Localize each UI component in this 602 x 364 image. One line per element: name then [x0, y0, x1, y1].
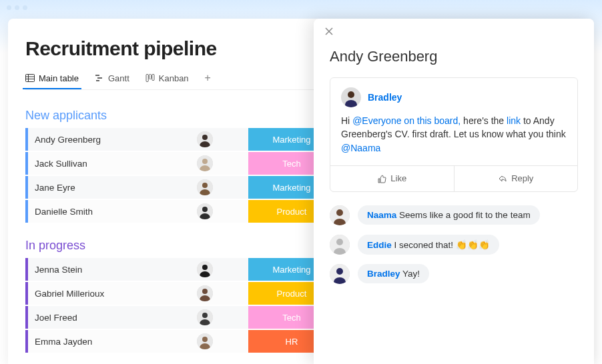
like-icon	[377, 174, 386, 183]
svg-point-11	[202, 135, 208, 140]
reply-item: Eddie I seconed that! 👏👏👏	[330, 235, 578, 255]
replies-list: Naama Seems like a good fit to the teamE…	[330, 205, 578, 284]
row-name[interactable]: Joel Freed	[28, 313, 162, 323]
svg-point-37	[345, 100, 357, 107]
tab-kanban[interactable]: Kanban	[145, 73, 189, 89]
reply-text: Yay!	[400, 269, 420, 279]
svg-rect-9	[152, 75, 154, 81]
svg-rect-5	[97, 77, 102, 79]
close-icon	[324, 27, 334, 36]
svg-point-45	[336, 268, 343, 275]
svg-rect-4	[95, 75, 99, 76]
svg-point-23	[202, 265, 208, 270]
svg-point-17	[202, 183, 208, 188]
svg-point-29	[202, 313, 208, 318]
post-link[interactable]: link	[507, 115, 521, 126]
avatar[interactable]	[197, 131, 213, 147]
avatar[interactable]	[197, 333, 213, 349]
row-avatar-cell[interactable]	[162, 203, 248, 219]
avatar[interactable]	[197, 155, 213, 171]
window-controls	[7, 5, 27, 10]
svg-point-32	[202, 337, 208, 342]
row-name[interactable]: Jenna Stein	[28, 265, 162, 275]
avatar[interactable]	[197, 309, 213, 325]
svg-point-20	[202, 207, 208, 212]
tab-main-table[interactable]: Main table	[25, 73, 79, 89]
avatar[interactable]	[197, 285, 213, 301]
clap-emoji: 👏👏👏	[456, 240, 490, 250]
row-name[interactable]: Jane Eyre	[28, 183, 162, 193]
row-name[interactable]: Gabriel Millerioux	[28, 289, 162, 299]
like-button[interactable]: Like	[330, 166, 454, 191]
row-avatar-cell[interactable]	[162, 333, 248, 349]
tab-main-label: Main table	[39, 73, 79, 83]
tab-gantt[interactable]: Gantt	[95, 73, 129, 89]
reply-text: Seems like a good fit to the team	[396, 210, 530, 220]
add-tab-button[interactable]: +	[205, 72, 211, 89]
reply-item: Naama Seems like a good fit to the team	[330, 205, 578, 225]
reply-bubble[interactable]: Naama Seems like a good fit to the team	[358, 205, 540, 225]
item-side-panel: Andy Greenberg Bradley Hi @Everyone on t…	[314, 19, 594, 364]
svg-point-39	[336, 209, 343, 216]
table-icon	[25, 73, 35, 83]
row-avatar-cell[interactable]	[162, 261, 248, 277]
avatar[interactable]	[341, 87, 361, 107]
avatar[interactable]	[197, 179, 213, 195]
reply-author[interactable]: Naama	[367, 210, 396, 220]
post-author[interactable]: Bradley	[368, 92, 402, 103]
row-name[interactable]: Danielle Smith	[28, 207, 162, 217]
avatar[interactable]	[330, 235, 350, 255]
post-text: Hi	[341, 115, 352, 126]
reply-author[interactable]: Eddie	[367, 240, 392, 250]
avatar[interactable]	[197, 203, 213, 219]
mention-everyone[interactable]: @Everyone on this board,	[352, 115, 461, 126]
avatar[interactable]	[330, 205, 350, 225]
row-avatar-cell[interactable]	[162, 131, 248, 147]
svg-rect-8	[149, 75, 151, 79]
row-name[interactable]: Emma Jayden	[28, 337, 162, 347]
svg-rect-7	[146, 75, 148, 82]
post-text: here's the	[461, 115, 507, 126]
svg-point-26	[202, 289, 208, 294]
avatar[interactable]	[197, 261, 213, 277]
reply-text: I seconed that!	[392, 240, 456, 250]
post-content: Hi @Everyone on this board, here's the l…	[330, 111, 577, 165]
close-panel-button[interactable]	[324, 27, 334, 36]
group-title-new-applicants[interactable]: New applicants	[25, 109, 107, 123]
row-avatar-cell[interactable]	[162, 285, 248, 301]
reply-bubble[interactable]: Eddie I seconed that! 👏👏👏	[358, 235, 499, 255]
panel-title: Andy Greenberg	[314, 28, 594, 77]
svg-point-36	[348, 91, 354, 98]
tab-kanban-label: Kanban	[159, 73, 189, 83]
post-card: Bradley Hi @Everyone on this board, here…	[330, 77, 578, 192]
svg-point-14	[202, 159, 208, 164]
reply-label: Reply	[511, 173, 533, 183]
kanban-icon	[145, 73, 155, 83]
svg-rect-6	[96, 80, 99, 81]
svg-point-42	[336, 239, 343, 245]
svg-rect-0	[26, 75, 35, 82]
reply-bubble[interactable]: Bradley Yay!	[358, 264, 429, 283]
row-avatar-cell[interactable]	[162, 179, 248, 195]
avatar[interactable]	[330, 264, 350, 284]
reply-author[interactable]: Bradley	[367, 269, 400, 279]
reply-button[interactable]: Reply	[454, 166, 578, 191]
row-name[interactable]: Jack Sullivan	[28, 159, 162, 169]
group-title-in-progress[interactable]: In progress	[25, 239, 85, 253]
reply-item: Bradley Yay!	[330, 264, 578, 284]
mention-naama[interactable]: @Naama	[341, 143, 380, 153]
gantt-icon	[95, 73, 104, 83]
reply-icon	[498, 174, 507, 183]
tab-gantt-label: Gantt	[108, 73, 129, 83]
like-label: Like	[390, 173, 406, 183]
row-avatar-cell[interactable]	[162, 155, 248, 171]
row-avatar-cell[interactable]	[162, 309, 248, 325]
row-name[interactable]: Andy Greenberg	[28, 135, 162, 145]
